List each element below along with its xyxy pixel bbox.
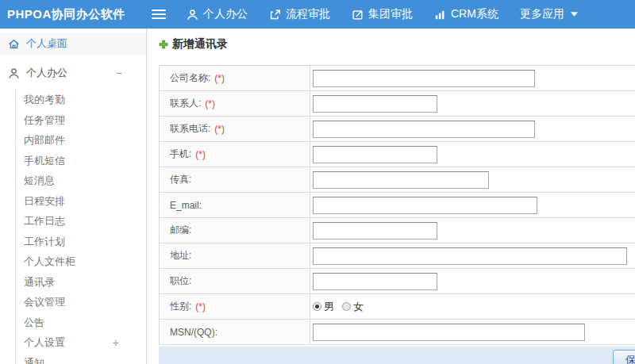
expand-toggle[interactable]: + <box>113 337 119 348</box>
sidebar-item-task-management[interactable]: 任务管理 <box>16 110 146 131</box>
radio-option-label: 女 <box>353 300 364 314</box>
form-row-company-name: 公司名称:(*) <box>160 66 635 91</box>
sidebar-item-label: 内部邮件 <box>24 134 65 146</box>
field-label: 职位: <box>160 269 310 293</box>
sidebar-item-label: 通讯录 <box>24 276 55 288</box>
sidebar-section-personal-office[interactable]: 个人办公 − <box>0 62 146 84</box>
sidebar-item-my-attendance[interactable]: 我的考勤 <box>16 90 146 110</box>
edit-icon <box>352 9 364 21</box>
sidebar-item-label: 会议管理 <box>24 296 65 308</box>
field-value <box>310 142 635 167</box>
top-nav: 个人办公流程审批集团审批CRM系统更多应用 <box>187 7 599 21</box>
nav-workflow-approval[interactable]: 流程审批 <box>269 7 330 21</box>
mobile-input[interactable] <box>313 146 437 163</box>
radio-icon[interactable] <box>342 302 351 311</box>
sidebar-item-label: 个人桌面 <box>26 36 67 51</box>
radio-option-label: 男 <box>324 300 334 314</box>
nav-crm-system[interactable]: CRM系统 <box>434 7 498 21</box>
required-mark: (*) <box>205 98 215 109</box>
form-row-zip-code: 邮编: <box>160 218 635 243</box>
main-content: 新增通讯录 公司名称:(*)联系人:(*)联系电话:(*)手机:(*)传真:E_… <box>147 29 635 364</box>
zip-code-input[interactable] <box>313 222 437 239</box>
nav-item-label: 个人办公 <box>203 7 248 21</box>
msn-qq-input[interactable] <box>313 324 585 341</box>
email-input[interactable] <box>313 197 537 214</box>
nav-more-apps[interactable]: 更多应用 <box>520 7 578 21</box>
sidebar-item-internal-mail[interactable]: 内部邮件 <box>16 130 146 151</box>
radio-option-gender-1[interactable]: 女 <box>342 300 364 314</box>
sidebar-item-label: 个人设置 <box>24 336 65 348</box>
topbar: PHPOA协同办公软件 个人办公流程审批集团审批CRM系统更多应用 <box>0 0 635 29</box>
sidebar-section-label: 个人办公 <box>26 66 67 80</box>
field-label: 联系人:(*) <box>160 91 310 116</box>
sidebar-item-work-plan[interactable]: 工作计划 <box>16 232 146 252</box>
sidebar-item-label: 工作计划 <box>24 236 65 247</box>
user-icon <box>8 67 20 79</box>
contact-phone-input[interactable] <box>313 121 535 138</box>
contact-form: 公司名称:(*)联系人:(*)联系电话:(*)手机:(*)传真:E_mail:邮… <box>159 65 635 345</box>
sidebar-item-schedule[interactable]: 日程安排 <box>16 191 146 212</box>
nav-item-label: 更多应用 <box>520 7 564 21</box>
field-label: 性别:(*) <box>160 294 310 319</box>
fax-input[interactable] <box>313 171 489 189</box>
required-mark: (*) <box>214 124 225 135</box>
field-value <box>310 243 635 268</box>
field-label: MSN/(QQ): <box>160 320 310 344</box>
field-value <box>310 66 635 90</box>
sidebar-item-announcement[interactable]: 公告 <box>16 312 146 333</box>
company-name-input[interactable] <box>313 70 535 87</box>
save-button[interactable]: 保存 <box>613 350 635 364</box>
page-title: 新增通讯录 <box>159 37 228 52</box>
form-row-email: E_mail: <box>160 193 635 218</box>
field-value <box>310 320 635 344</box>
upload-icon <box>269 9 281 21</box>
sidebar-item-label: 日程安排 <box>24 195 65 207</box>
field-label: 公司名称:(*) <box>160 66 310 90</box>
nav-group-approval[interactable]: 集团审批 <box>352 7 413 21</box>
sidebar-item-personal-desktop[interactable]: 个人桌面 <box>0 33 146 55</box>
sidebar-item-label: 通知 <box>24 357 44 364</box>
sidebar-item-label: 公告 <box>24 316 44 328</box>
form-row-address: 地址: <box>160 243 635 269</box>
nav-item-label: 集团审批 <box>368 7 413 21</box>
add-icon <box>159 40 168 49</box>
home-icon <box>8 38 20 50</box>
field-label: 联系电话:(*) <box>160 117 310 141</box>
field-value <box>310 269 635 293</box>
bar-chart-icon <box>434 9 446 21</box>
form-row-contact-person: 联系人:(*) <box>160 91 635 117</box>
form-row-gender: 性别:(*)男女 <box>160 294 635 320</box>
field-label: 传真: <box>160 167 310 192</box>
form-row-position: 职位: <box>160 269 635 294</box>
hamburger-menu-icon[interactable] <box>152 10 166 19</box>
address-input[interactable] <box>313 247 627 265</box>
field-value <box>310 91 635 116</box>
field-value: 男女 <box>310 294 635 319</box>
sidebar-item-address-book[interactable]: 通讯录 <box>16 272 146 293</box>
field-label: 手机:(*) <box>160 142 310 167</box>
sidebar-item-notification[interactable]: 通知 <box>16 353 146 364</box>
sidebar-item-work-log[interactable]: 工作日志 <box>16 211 146 232</box>
required-mark: (*) <box>195 301 206 312</box>
sidebar-item-label: 手机短信 <box>24 155 65 167</box>
sidebar-submenu: 我的考勤任务管理内部邮件手机短信短消息日程安排工作日志工作计划个人文件柜通讯录会… <box>15 90 146 364</box>
radio-icon[interactable] <box>313 302 321 311</box>
sidebar-item-personal-settings[interactable]: 个人设置+ <box>16 332 146 353</box>
sidebar-item-mobile-sms[interactable]: 手机短信 <box>16 151 146 171</box>
collapse-toggle[interactable]: − <box>116 67 122 79</box>
nav-item-label: 流程审批 <box>286 7 330 21</box>
nav-personal-office[interactable]: 个人办公 <box>187 7 248 21</box>
position-input[interactable] <box>313 273 437 290</box>
sidebar-item-meeting-management[interactable]: 会议管理 <box>16 292 146 312</box>
contact-person-input[interactable] <box>313 95 437 113</box>
field-label: E_mail: <box>160 193 310 217</box>
nav-item-label: CRM系统 <box>451 7 498 21</box>
sidebar-item-short-message[interactable]: 短消息 <box>16 171 146 191</box>
field-value <box>310 167 635 192</box>
app-title: PHPOA协同办公软件 <box>0 7 147 22</box>
sidebar-item-label: 工作日志 <box>24 215 65 227</box>
user-icon <box>187 9 198 21</box>
sidebar-item-label: 短消息 <box>24 174 55 186</box>
radio-option-gender-0[interactable]: 男 <box>313 300 334 314</box>
sidebar-item-personal-file-cabinet[interactable]: 个人文件柜 <box>16 251 146 272</box>
